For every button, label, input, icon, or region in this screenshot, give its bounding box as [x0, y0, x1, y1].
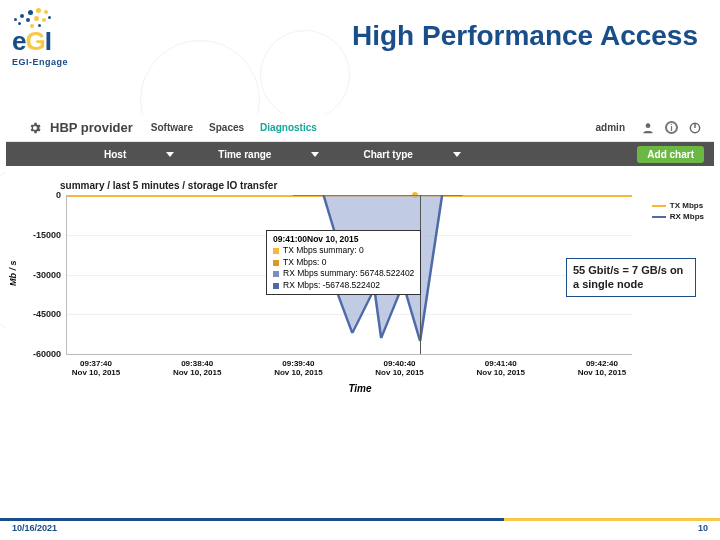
logo-word: eGI: [12, 26, 68, 57]
chart-title: summary / last 5 minutes / storage IO tr…: [60, 180, 706, 191]
chevron-down-icon: [453, 152, 461, 157]
x-tick-date: Nov 10, 2015: [167, 368, 227, 377]
x-axis-label: Time: [14, 383, 706, 394]
chevron-down-icon: [166, 152, 174, 157]
legend-swatch-tx: [652, 205, 666, 207]
x-tick-date: Nov 10, 2015: [471, 368, 531, 377]
y-axis-label: Mb / s: [8, 260, 18, 286]
filter-bar: Host Time range Chart type Add chart: [6, 142, 714, 166]
legend: TX Mbps RX Mbps: [652, 201, 704, 223]
x-ticks: 09:37:40Nov 10, 2015 09:38:40Nov 10, 201…: [66, 359, 632, 377]
tab-diagnostics[interactable]: Diagnostics: [260, 122, 317, 133]
tooltip-header: 09:41:00Nov 10, 2015: [273, 234, 414, 245]
app-brand: HBP provider: [50, 120, 133, 135]
add-chart-button[interactable]: Add chart: [637, 146, 704, 163]
legend-rx: RX Mbps: [670, 212, 704, 221]
legend-swatch-rx: [652, 216, 666, 218]
charttype-label: Chart type: [363, 149, 412, 160]
timerange-select[interactable]: Time range: [210, 144, 327, 164]
y-tick: -60000: [33, 349, 67, 359]
tooltip-row: TX Mbps: 0: [283, 257, 326, 268]
admin-label: admin: [596, 122, 625, 133]
slide-title: High Performance Access: [352, 20, 698, 52]
x-tick: 09:42:40: [586, 359, 618, 368]
info-icon[interactable]: i: [665, 121, 678, 134]
footer-date: 10/16/2021: [12, 523, 57, 533]
x-tick-date: Nov 10, 2015: [370, 368, 430, 377]
host-select[interactable]: Host: [96, 144, 182, 164]
footer-page: 10: [698, 523, 708, 533]
tab-spaces[interactable]: Spaces: [209, 122, 244, 133]
tooltip-row: RX Mbps: -56748.522402: [283, 280, 380, 291]
tab-software[interactable]: Software: [151, 122, 193, 133]
charttype-select[interactable]: Chart type: [355, 144, 468, 164]
y-tick: -45000: [33, 309, 67, 319]
y-tick: -30000: [33, 270, 67, 280]
slide-footer: 10/16/2021 10: [0, 518, 720, 540]
gear-icon[interactable]: [28, 121, 42, 135]
tooltip-row: TX Mbps summary: 0: [283, 245, 364, 256]
x-tick: 09:40:40: [384, 359, 416, 368]
timerange-label: Time range: [218, 149, 271, 160]
x-tick-date: Nov 10, 2015: [268, 368, 328, 377]
chart-tooltip: 09:41:00Nov 10, 2015 TX Mbps summary: 0 …: [266, 230, 421, 295]
svg-point-0: [646, 123, 651, 128]
tooltip-row: RX Mbps summary: 56748.522402: [283, 268, 414, 279]
x-tick: 09:38:40: [181, 359, 213, 368]
y-tick: -15000: [33, 230, 67, 240]
x-tick-date: Nov 10, 2015: [572, 368, 632, 377]
chevron-down-icon: [311, 152, 319, 157]
bg-circle: [260, 30, 350, 120]
power-icon[interactable]: [688, 121, 702, 135]
legend-tx: TX Mbps: [670, 201, 703, 210]
host-label: Host: [104, 149, 126, 160]
y-tick: 0: [56, 190, 67, 200]
logo: eGI EGI-Engage: [12, 6, 68, 67]
x-tick-date: Nov 10, 2015: [66, 368, 126, 377]
x-tick: 09:39:40: [282, 359, 314, 368]
user-icon[interactable]: [641, 121, 655, 135]
logo-subtitle: EGI-Engage: [12, 57, 68, 67]
app-panel: HBP provider Software Spaces Diagnostics…: [6, 114, 714, 394]
callout-box: 55 Gbit/s = 7 GB/s on a single node: [566, 258, 696, 297]
topbar: HBP provider Software Spaces Diagnostics…: [6, 114, 714, 142]
x-tick: 09:37:40: [80, 359, 112, 368]
x-tick: 09:41:40: [485, 359, 517, 368]
